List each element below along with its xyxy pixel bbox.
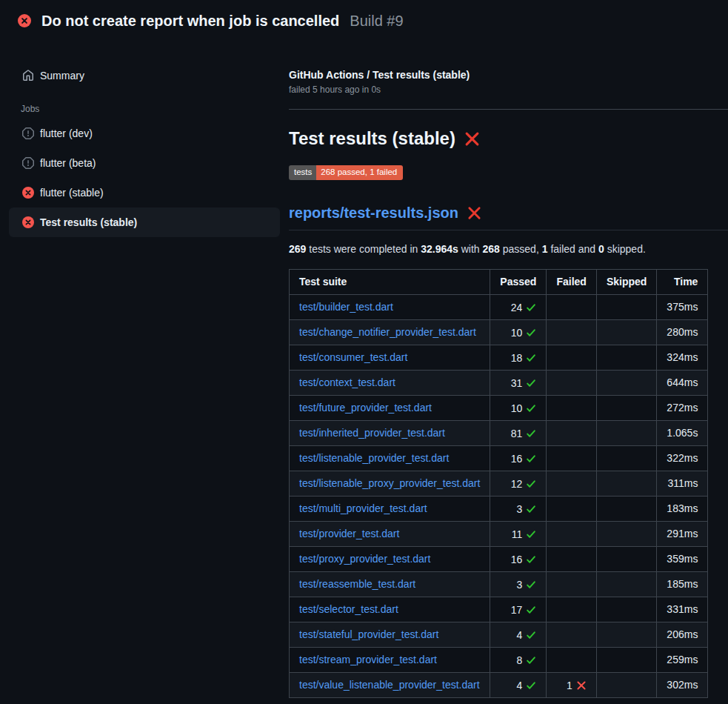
- home-icon: [22, 70, 34, 82]
- test-suite-cell: test/builder_test.dart: [290, 294, 490, 319]
- passed-cell: 16: [490, 445, 547, 471]
- test-suite-cell: test/future_provider_test.dart: [290, 395, 490, 420]
- check-icon: [526, 554, 536, 565]
- check-icon: [526, 680, 536, 691]
- time-cell: 280ms: [657, 319, 708, 345]
- test-suite-link[interactable]: test/consumer_test.dart: [299, 351, 407, 363]
- skipped-cell: [596, 319, 656, 345]
- test-suite-link[interactable]: test/context_test.dart: [299, 376, 395, 388]
- skipped-cell: [596, 672, 656, 697]
- sidebar: Summary Jobs flutter (dev) flutter (beta…: [0, 41, 289, 237]
- build-number: Build #9: [350, 13, 403, 30]
- time-cell: 259ms: [657, 647, 708, 672]
- failed-cell: [547, 546, 596, 571]
- table-row: test/context_test.dart31644ms: [290, 370, 708, 395]
- test-results-table: Test suite Passed Failed Skipped Time te…: [289, 269, 708, 698]
- time-cell: 1.065s: [657, 420, 708, 445]
- check-icon: [526, 605, 536, 615]
- tests-status-badge[interactable]: tests 268 passed, 1 failed: [289, 165, 403, 180]
- passed-cell: 8: [490, 647, 547, 672]
- skipped-cell: [596, 647, 656, 672]
- passed-cell: 24: [490, 294, 547, 319]
- report-file-link[interactable]: reports/test-results.json: [289, 205, 458, 222]
- time-cell: 311ms: [657, 471, 708, 496]
- test-suite-link[interactable]: test/multi_provider_test.dart: [299, 502, 427, 514]
- sidebar-item-label: Summary: [40, 70, 84, 82]
- failed-cell: [547, 420, 596, 445]
- badge-label: tests: [289, 165, 316, 180]
- sidebar-item-flutter-stable[interactable]: flutter (stable): [9, 178, 280, 207]
- x-icon: [576, 680, 587, 691]
- sidebar-item-flutter-beta[interactable]: flutter (beta): [9, 148, 280, 178]
- time-cell: 185ms: [657, 571, 708, 597]
- table-row: test/listenable_proxy_provider_test.dart…: [290, 471, 708, 496]
- check-icon: [526, 378, 536, 388]
- test-suite-cell: test/consumer_test.dart: [290, 345, 490, 370]
- skipped-cell: [596, 445, 656, 471]
- test-suite-cell: test/proxy_provider_test.dart: [290, 546, 490, 571]
- test-suite-cell: test/context_test.dart: [290, 370, 490, 395]
- column-header-time: Time: [657, 269, 708, 294]
- time-cell: 359ms: [657, 546, 708, 571]
- test-suite-link[interactable]: test/future_provider_test.dart: [299, 402, 432, 414]
- sidebar-item-summary[interactable]: Summary: [9, 61, 280, 90]
- skipped-cell: [596, 571, 656, 597]
- passed-cell: 3: [490, 496, 547, 521]
- test-suite-link[interactable]: test/listenable_provider_test.dart: [299, 452, 449, 464]
- table-row: test/selector_test.dart17331ms: [290, 597, 708, 622]
- time-cell: 322ms: [657, 445, 708, 471]
- x-circle-fill-icon: [18, 14, 31, 27]
- table-row: test/inherited_provider_test.dart811.065…: [290, 420, 708, 445]
- sidebar-item-label: flutter (stable): [40, 187, 104, 199]
- test-suite-link[interactable]: test/builder_test.dart: [299, 301, 393, 313]
- skipped-cell: [596, 345, 656, 370]
- sidebar-item-label: Test results (stable): [40, 216, 137, 228]
- check-icon: [526, 479, 536, 489]
- sidebar-item-test-results-stable[interactable]: Test results (stable): [9, 207, 280, 237]
- table-row: test/consumer_test.dart18324ms: [290, 345, 708, 370]
- sidebar-item-flutter-dev[interactable]: flutter (dev): [9, 119, 280, 148]
- test-suite-link[interactable]: test/listenable_proxy_provider_test.dart: [299, 477, 480, 489]
- test-suite-cell: test/value_listenable_provider_test.dart: [290, 672, 490, 697]
- test-suite-link[interactable]: test/reassemble_test.dart: [299, 578, 415, 590]
- passed-cell: 17: [490, 597, 547, 622]
- check-title: Test results (stable): [289, 128, 455, 149]
- skipped-cell: [596, 546, 656, 571]
- column-header-skipped: Skipped: [596, 269, 656, 294]
- skipped-cell: [596, 597, 656, 622]
- check-icon: [526, 630, 536, 640]
- passed-cell: 81: [490, 420, 547, 445]
- table-row: test/provider_test.dart11291ms: [290, 521, 708, 546]
- sidebar-item-label: flutter (dev): [40, 127, 93, 139]
- test-suite-link[interactable]: test/stateful_provider_test.dart: [299, 628, 438, 640]
- skipped-cell: [596, 471, 656, 496]
- failed-cell: 1: [547, 672, 596, 697]
- test-suite-link[interactable]: test/provider_test.dart: [299, 528, 399, 539]
- time-cell: 291ms: [657, 521, 708, 546]
- check-icon: [526, 529, 536, 539]
- test-suite-link[interactable]: test/inherited_provider_test.dart: [299, 427, 445, 439]
- skipped-cell: [596, 420, 656, 445]
- passed-cell: 10: [490, 319, 547, 345]
- failed-cell: [547, 597, 596, 622]
- main-content: GitHub Actions / Test results (stable) f…: [289, 41, 728, 698]
- sidebar-item-label: flutter (beta): [40, 157, 96, 169]
- time-cell: 331ms: [657, 597, 708, 622]
- stop-cancelled-icon: [22, 127, 34, 139]
- test-suite-cell: test/inherited_provider_test.dart: [290, 420, 490, 445]
- table-row: test/builder_test.dart24375ms: [290, 294, 708, 319]
- column-header-passed: Passed: [490, 269, 547, 294]
- failed-cell: [547, 496, 596, 521]
- page-title: Do not create report when job is cancell…: [41, 13, 339, 30]
- x-circle-fill-icon: [22, 187, 34, 199]
- test-suite-link[interactable]: test/selector_test.dart: [299, 603, 398, 615]
- test-suite-link[interactable]: test/value_listenable_provider_test.dart: [299, 679, 480, 691]
- table-row: test/stream_provider_test.dart8259ms: [290, 647, 708, 672]
- skipped-cell: [596, 294, 656, 319]
- badge-value: 268 passed, 1 failed: [316, 165, 403, 180]
- test-suite-cell: test/listenable_provider_test.dart: [290, 445, 490, 471]
- test-suite-link[interactable]: test/change_notifier_provider_test.dart: [299, 326, 476, 338]
- test-suite-link[interactable]: test/stream_provider_test.dart: [299, 654, 437, 665]
- test-suite-link[interactable]: test/proxy_provider_test.dart: [299, 553, 430, 565]
- table-row: test/future_provider_test.dart10272ms: [290, 395, 708, 420]
